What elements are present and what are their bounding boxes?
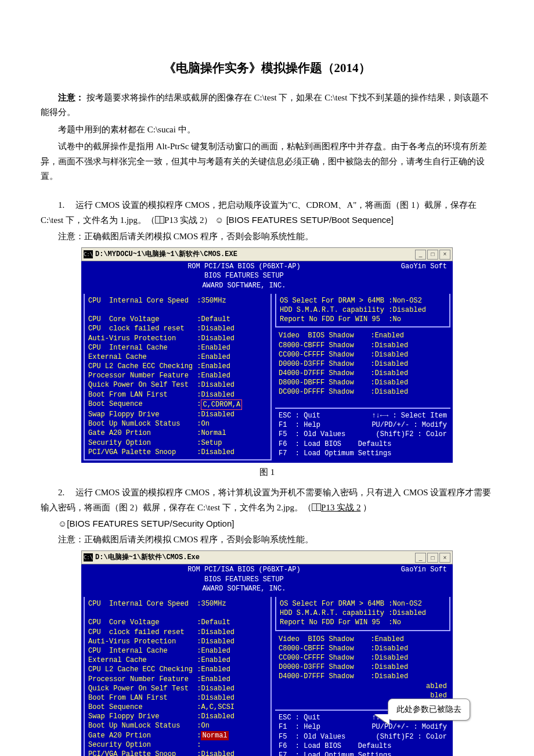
bios-setting-row[interactable]: Auti-Virus Protection : Disabled [88,637,267,646]
bios-setting-row[interactable]: D0000-D3FFF Shadow : Disabled [279,663,447,672]
bios-setting-row[interactable]: CPU clock failed reset : Disabled [88,628,267,637]
bios-setting-row[interactable]: HDD S.M.A.R.T. capability : Disabled [280,609,446,618]
setting-value[interactable]: Setup [201,438,222,448]
setting-value[interactable]: Enabled [375,331,404,340]
setting-value[interactable]: Disabled [392,609,426,618]
setting-value[interactable]: Normal [201,731,228,740]
setting-value[interactable]: Default [201,315,230,324]
setting-value[interactable]: Default [201,618,230,627]
setting-value[interactable]: Non-OS2 [392,599,421,609]
minimize-button[interactable]: _ [415,553,426,563]
setting-value[interactable]: Disabled [375,350,409,359]
setting-value[interactable]: No [392,618,400,627]
bios-setting-row[interactable]: External Cache : Enabled [88,656,267,665]
setting-value[interactable]: Disabled [375,672,409,681]
bios-setting-row[interactable]: Quick Power On Self Test : Disabled [88,684,267,693]
setting-value[interactable]: 350MHz [201,296,226,305]
bios-setting-row[interactable]: C8000-CBFFF Shadow : Disabled [279,341,447,350]
bios-setting-row[interactable]: DC000-DFFFF Shadow : Disabled [279,387,447,397]
bios-setting-row[interactable]: D8000-DBFFF Shadow : Disabled [279,378,447,387]
bios-setting-row[interactable]: : abled [279,682,447,691]
bios-setting-row[interactable]: Processor Number Feature : Enabled [88,371,267,380]
setting-value[interactable]: Disabled [201,628,234,637]
bios-setting-row[interactable]: HDD S.M.A.R.T. capability : Disabled [280,305,446,315]
bios-setting-row[interactable]: PCI/VGA Palette Snoop : Disabled [88,750,267,756]
maximize-button[interactable]: □ [427,553,438,563]
setting-value[interactable]: Disabled [201,324,234,333]
bios-setting-row[interactable]: D4000-D7FFF Shadow : Disabled [279,369,447,378]
bios-setting-row[interactable]: CPU clock failed reset : Disabled [88,324,267,333]
minimize-button[interactable]: _ [415,250,426,260]
setting-value[interactable]: Disabled [375,369,409,378]
setting-value[interactable]: Enabled [201,656,230,665]
setting-value[interactable]: Disabled [201,390,234,399]
setting-value[interactable]: Disabled [201,334,234,343]
setting-value[interactable]: Enabled [375,635,404,644]
setting-value[interactable]: Disabled [201,410,234,419]
bios-setting-row[interactable]: CPU Internal Cache : Enabled [88,343,267,352]
close-button[interactable]: × [439,553,450,563]
setting-value[interactable]: Enabled [201,675,230,684]
setting-value[interactable]: abled [375,682,447,691]
setting-value[interactable]: Disabled [201,693,234,703]
bios-setting-row[interactable]: C8000-CBFFF Shadow : Disabled [279,644,447,653]
bios-setting-row[interactable]: Gate A20 Prtion : Normal [88,731,267,740]
bios-setting-row[interactable]: CPU L2 Cache ECC Checking : Enabled [88,362,267,371]
setting-value[interactable]: Disabled [201,712,234,721]
bios-setting-row[interactable]: CPU Core Voltage : Default [88,618,267,627]
setting-value[interactable]: Enabled [201,665,230,674]
bios-setting-row[interactable]: CPU Internal Core Speed : 350MHz [88,599,267,609]
bios-setting-row[interactable]: CC000-CFFFF Shadow : Disabled [279,653,447,663]
bios-setting-row[interactable]: Boot From LAN First : Disabled [88,390,267,399]
bios-setting-row[interactable]: Boot From LAN First : Disabled [88,693,267,703]
setting-value[interactable]: Non-OS2 [392,296,421,305]
bios-setting-row[interactable]: Auti-Virus Protection : Disabled [88,334,267,343]
setting-value[interactable]: Disabled [392,305,426,315]
bios-setting-row[interactable]: Video BIOS Shadow : Enabled [279,635,447,644]
setting-value[interactable]: Disabled [375,387,409,397]
setting-value[interactable]: On [201,419,209,429]
setting-value[interactable]: On [201,721,209,730]
bios-setting-row[interactable]: OS Select For DRAM > 64MB : Non-OS2 [280,599,446,609]
bios-setting-row[interactable]: Security Option : Setup [88,438,267,448]
setting-value[interactable]: A,C,SCSI [201,703,234,712]
bios-setting-row[interactable]: D0000-D3FFF Shadow : Disabled [279,359,447,369]
setting-value[interactable]: Disabled [375,644,409,653]
bios-setting-row[interactable]: Processor Number Feature : Enabled [88,675,267,684]
setting-value[interactable]: Disabled [375,663,409,672]
maximize-button[interactable]: □ [427,250,438,260]
setting-value[interactable]: Disabled [375,359,409,369]
setting-value[interactable]: 350MHz [201,599,226,609]
bios-setting-row[interactable]: Boot Sequence : A,C,SCSI [88,703,267,712]
bios-setting-row[interactable]: Boot Up NumLock Status : On [88,419,267,429]
setting-value[interactable]: Enabled [201,646,230,656]
bios-setting-row[interactable]: Swap Floppy Drive : Disabled [88,712,267,721]
bios-setting-row[interactable]: Gate A20 Prtion : Normal [88,429,267,438]
bios-setting-row[interactable]: External Cache : Enabled [88,352,267,362]
setting-value[interactable]: Normal [201,429,226,438]
bios-setting-row[interactable]: Quick Power On Self Test : Disabled [88,380,267,390]
setting-value[interactable]: Disabled [375,341,409,350]
bios-setting-row[interactable]: Report No FDD For WIN 95 : No [280,618,446,627]
bios-setting-row[interactable]: CPU Internal Cache : Enabled [88,646,267,656]
bios-setting-row[interactable]: OS Select For DRAM > 64MB : Non-OS2 [280,296,446,305]
setting-value[interactable]: No [392,315,400,324]
setting-value[interactable]: Enabled [201,371,230,380]
setting-value[interactable]: Disabled [201,380,234,390]
setting-value[interactable]: Disabled [201,684,234,693]
bios-setting-row[interactable]: Boot Up NumLock Status : On [88,721,267,730]
setting-value[interactable]: Enabled [201,362,230,371]
bios-setting-row[interactable]: Boot Sequence : C,CDROM,A [88,399,267,410]
bios-setting-row[interactable]: Security Option : [88,740,267,750]
setting-value[interactable]: Enabled [201,352,230,362]
bios-setting-row[interactable]: CPU L2 Cache ECC Checking : Enabled [88,665,267,674]
setting-value[interactable]: Disabled [375,378,409,387]
close-button[interactable]: × [439,250,450,260]
bios-setting-row[interactable]: CC000-CFFFF Shadow : Disabled [279,350,447,359]
bios-setting-row[interactable]: Report No FDD For WIN 95 : No [280,315,446,324]
setting-value[interactable]: Disabled [201,750,234,756]
setting-value[interactable]: Disabled [375,653,409,663]
bios-setting-row[interactable]: CPU Core Voltage : Default [88,315,267,324]
bios-setting-row[interactable]: PCI/VGA Palette Snoop : Disabled [88,448,267,457]
bios-setting-row[interactable]: D4000-D7FFF Shadow : Disabled [279,672,447,681]
